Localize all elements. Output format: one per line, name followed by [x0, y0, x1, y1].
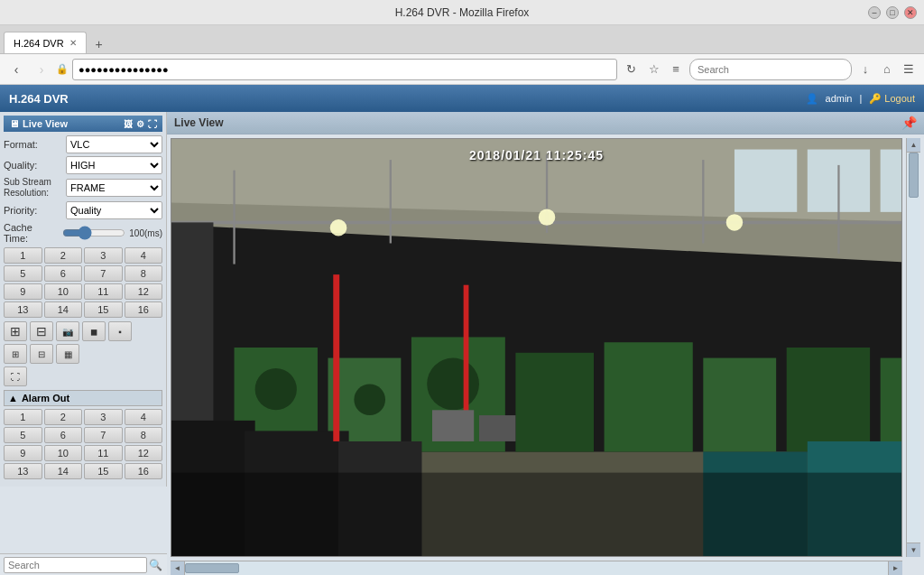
alarm-ch-13[interactable]: 13 [4, 463, 42, 479]
v-scrollbar-thumb[interactable] [909, 153, 919, 198]
title-bar: H.264 DVR - Mozilla Firefox – □ ✕ [0, 0, 924, 25]
scroll-up-button[interactable]: ▲ [907, 138, 920, 153]
channel-8-button[interactable]: 8 [125, 265, 163, 282]
alarm-ch-11[interactable]: 11 [84, 445, 123, 461]
camera-main: 2018/01/21 11:25:45 ◄ ► [167, 134, 906, 575]
screenshot-icon[interactable]: 🖼 [124, 119, 133, 129]
pin-icon[interactable]: 📌 [901, 116, 917, 130]
channel-13-button[interactable]: 13 [4, 301, 42, 318]
reader-mode-icon[interactable]: ≡ [666, 60, 686, 79]
scroll-left-button[interactable]: ◄ [171, 561, 185, 575]
alarm-ch-6[interactable]: 6 [44, 427, 83, 443]
alarm-ch-9[interactable]: 9 [4, 445, 42, 461]
channel-7-button[interactable]: 7 [84, 265, 123, 282]
grid16-button[interactable]: ▦ [56, 344, 79, 364]
search-input[interactable] [689, 59, 852, 80]
config-icon[interactable]: ⚙ [136, 119, 144, 129]
cache-value: 100(ms) [129, 228, 162, 238]
svg-rect-35 [432, 410, 474, 441]
h-scrollbar[interactable]: ◄ ► [171, 561, 902, 575]
refresh-button[interactable]: ↻ [621, 60, 641, 79]
alarm-ch-10[interactable]: 10 [44, 445, 83, 461]
quad-view-button[interactable]: ▪ [108, 321, 132, 341]
bookmark-star-icon[interactable]: ☆ [644, 60, 664, 79]
channel-11-button[interactable]: 11 [84, 283, 123, 300]
single-view-button[interactable]: ◼ [82, 321, 106, 341]
svg-point-23 [354, 384, 385, 415]
channel-10-button[interactable]: 10 [44, 283, 83, 300]
alarm-ch-4[interactable]: 4 [125, 409, 163, 425]
v-scrollbar-track[interactable] [907, 153, 920, 543]
format-select[interactable]: VLC DirectX OpenGL [66, 135, 162, 153]
download-icon[interactable]: ↓ [855, 60, 875, 79]
svg-rect-17 [515, 353, 594, 452]
channel-6-button[interactable]: 6 [44, 265, 83, 282]
dvr-user-area: 👤 admin | 🔑 Logout [806, 93, 915, 105]
alarm-ch-7[interactable]: 7 [84, 427, 123, 443]
quality-select[interactable]: HIGH MEDIUM LOW [66, 156, 162, 174]
minimize-button[interactable]: – [868, 6, 881, 19]
alarm-ch-15[interactable]: 15 [84, 463, 123, 479]
channel-14-button[interactable]: 14 [44, 301, 83, 318]
dvr-body: 🖥 Live View 🖼 ⚙ ⛶ Format: VLC DirectX Op… [0, 112, 924, 575]
add-channel-button[interactable]: ⊞ [4, 321, 27, 341]
channel-12-button[interactable]: 12 [125, 283, 163, 300]
sidebar: 🖥 Live View 🖼 ⚙ ⛶ Format: VLC DirectX Op… [0, 112, 167, 487]
alarm-ch-14[interactable]: 14 [44, 463, 83, 479]
camera-area-wrapper: 2018/01/21 11:25:45 ◄ ► ▲ ▼ [167, 134, 924, 575]
grid9-button[interactable]: ⊟ [30, 344, 53, 364]
alarm-ch-3[interactable]: 3 [84, 409, 123, 425]
channel-3-button[interactable]: 3 [84, 247, 123, 264]
h-scrollbar-thumb[interactable] [185, 563, 239, 573]
alarm-ch-16[interactable]: 16 [125, 463, 163, 479]
dvr-title: H.264 DVR [9, 92, 69, 106]
alarm-ch-8[interactable]: 8 [125, 427, 163, 443]
alarm-section: ▲ Alarm Out 1 2 3 4 5 6 7 8 9 10 11 12 1… [4, 390, 162, 479]
fullscreen-icon[interactable]: ⛶ [148, 119, 157, 129]
format-row: Format: VLC DirectX OpenGL [4, 135, 162, 153]
substream-select[interactable]: FRAME CIF D1 [66, 179, 162, 197]
channel-1-button[interactable]: 1 [4, 247, 42, 264]
home-icon[interactable]: ⌂ [877, 60, 897, 79]
format-label: Format: [4, 139, 62, 150]
close-button[interactable]: ✕ [904, 6, 917, 19]
channel-16-button[interactable]: 16 [125, 301, 163, 318]
new-tab-button[interactable]: + [90, 35, 108, 53]
sidebar-search-input[interactable] [4, 557, 147, 573]
remove-channel-button[interactable]: ⊟ [30, 321, 53, 341]
active-tab[interactable]: H.264 DVR ✕ [4, 32, 87, 53]
v-scrollbar[interactable]: ▲ ▼ [906, 138, 920, 557]
overflow-menu-icon[interactable]: ☰ [899, 60, 919, 79]
sidebar-search-button[interactable]: 🔍 [147, 557, 163, 573]
camera-view: 2018/01/21 11:25:45 [171, 138, 902, 557]
alarm-ch-5[interactable]: 5 [4, 427, 42, 443]
alarm-label: Alarm Out [22, 393, 69, 403]
grid4-button[interactable]: ⊞ [4, 344, 27, 364]
scroll-right-button[interactable]: ► [888, 561, 902, 575]
alarm-ch-2[interactable]: 2 [44, 409, 83, 425]
alarm-header[interactable]: ▲ Alarm Out [4, 390, 162, 406]
logout-button[interactable]: 🔑 Logout [869, 93, 915, 105]
alarm-ch-12[interactable]: 12 [125, 445, 163, 461]
address-input[interactable] [72, 59, 617, 80]
back-button[interactable]: ‹ [5, 59, 27, 80]
camera-icon-button[interactable]: 📷 [56, 321, 79, 341]
maximize-button[interactable]: □ [886, 6, 899, 19]
svg-rect-18 [605, 342, 693, 451]
channel-15-button[interactable]: 15 [84, 301, 123, 318]
alarm-ch-1[interactable]: 1 [4, 409, 42, 425]
channel-9-button[interactable]: 9 [4, 283, 42, 300]
channel-2-button[interactable]: 2 [44, 247, 83, 264]
forward-button[interactable]: › [31, 59, 52, 80]
channel-4-button[interactable]: 4 [125, 247, 163, 264]
view-controls-2: ⊞ ⊟ ▦ [4, 344, 162, 364]
cache-slider[interactable] [62, 226, 125, 240]
h-scrollbar-track[interactable] [185, 561, 888, 575]
channel-5-button[interactable]: 5 [4, 265, 42, 282]
tab-close-button[interactable]: ✕ [69, 38, 77, 48]
svg-point-33 [539, 209, 555, 225]
scroll-down-button[interactable]: ▼ [907, 543, 920, 557]
lock-icon: 🔒 [56, 63, 69, 75]
priority-select[interactable]: Quality Fluent [66, 201, 162, 219]
fullscreen-view-button[interactable]: ⛶ [4, 366, 27, 386]
